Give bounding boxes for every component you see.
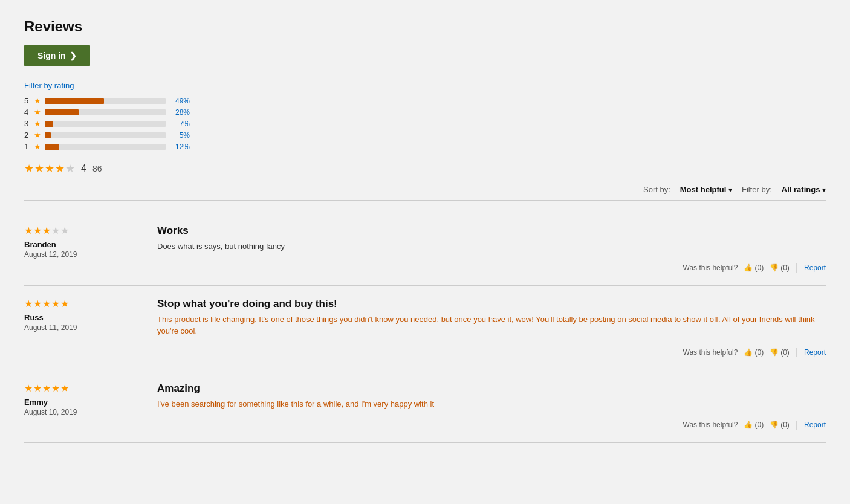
star-5: ★ (65, 162, 75, 175)
helpful-divider-3: | (796, 419, 798, 430)
review-2-date: August 11, 2019 (24, 323, 145, 332)
overall-review-count: 86 (92, 164, 102, 173)
overall-row: ★ ★ ★ ★ ★ 4 86 (24, 162, 826, 175)
review-1-thumbsup-button[interactable]: 👍 (0) (744, 263, 764, 272)
review-3-thumbsdown-button[interactable]: 👎 (0) (770, 421, 790, 429)
rating-row-3[interactable]: 3 ★ 7% (24, 119, 826, 128)
r2-star-3: ★ (42, 298, 51, 309)
review-2-up-count: (0) (754, 348, 764, 357)
rating-2-label: 2 (24, 131, 30, 140)
sort-value[interactable]: Most helpful ▾ (680, 185, 732, 194)
page-title: Reviews (24, 18, 826, 35)
rating-bars: 5 ★ 49% 4 ★ 28% 3 ★ 7% 2 ★ (24, 96, 826, 151)
thumbsup-icon-1: 👍 (744, 263, 753, 272)
rating-row-1[interactable]: 1 ★ 12% (24, 142, 826, 151)
review-3-title: Amazing (157, 383, 826, 395)
review-2-orange2: All of your friends will think you're co… (157, 315, 815, 336)
review-2-body: This product is life changing. It's one … (157, 314, 826, 337)
r3-star-5: ★ (60, 383, 69, 394)
review-3-down-count: (0) (780, 421, 790, 429)
thumbsdown-icon-1: 👎 (770, 263, 779, 272)
review-3-thumbsup-button[interactable]: 👍 (0) (744, 421, 764, 429)
rating-1-pct: 12% (169, 143, 190, 151)
review-2-helpful-label: Was this helpful? (683, 348, 738, 357)
review-3-helpful-label: Was this helpful? (683, 421, 738, 429)
review-left-2: ★ ★ ★ ★ ★ Russ August 11, 2019 (24, 298, 145, 358)
rating-4-track (45, 109, 166, 115)
review-3-stars: ★ ★ ★ ★ ★ (24, 383, 145, 394)
rating-4-pct: 28% (169, 108, 190, 117)
r3-star-3: ★ (42, 383, 51, 394)
review-left-3: ★ ★ ★ ★ ★ Emmy August 10, 2019 (24, 383, 145, 431)
filter-by-rating-label[interactable]: Filter by rating (24, 81, 826, 90)
r1-star-1: ★ (24, 225, 33, 236)
review-3-body: I've been searching for something like t… (157, 398, 826, 410)
review-left-1: ★ ★ ★ ★ ★ Branden August 12, 2019 (24, 225, 145, 273)
helpful-divider-2: | (796, 347, 798, 358)
rating-4-star: ★ (34, 108, 41, 117)
rating-3-label: 3 (24, 119, 30, 128)
review-3-date: August 10, 2019 (24, 408, 145, 416)
r3-star-4: ★ (51, 383, 60, 394)
sort-filter-row: Sort by: Most helpful ▾ Filter by: All r… (24, 185, 826, 194)
sign-in-button[interactable]: Sign in ❯ (24, 45, 90, 66)
review-1-down-count: (0) (780, 263, 790, 272)
thumbsdown-icon-2: 👎 (770, 348, 779, 357)
reviewer-1-name: Branden (24, 240, 145, 249)
review-1-report-button[interactable]: Report (804, 263, 826, 272)
rating-row-2[interactable]: 2 ★ 5% (24, 131, 826, 140)
rating-row-4[interactable]: 4 ★ 28% (24, 108, 826, 117)
r1-star-5: ★ (60, 225, 69, 236)
review-2-title: Stop what you're doing and buy this! (157, 298, 826, 310)
rating-3-track (45, 121, 166, 127)
review-item-3: ★ ★ ★ ★ ★ Emmy August 10, 2019 Amazing I… (24, 370, 826, 444)
overall-stars: ★ ★ ★ ★ ★ (24, 162, 75, 175)
review-1-up-count: (0) (754, 263, 764, 272)
r3-star-2: ★ (33, 383, 42, 394)
r1-star-3: ★ (42, 225, 51, 236)
rating-1-fill (45, 144, 59, 150)
review-2-thumbsup-button[interactable]: 👍 (0) (744, 348, 764, 357)
review-3-up-count: (0) (754, 421, 764, 429)
r3-star-1: ★ (24, 383, 33, 394)
review-1-thumbsdown-button[interactable]: 👎 (0) (770, 263, 790, 272)
review-3-report-button[interactable]: Report (804, 421, 826, 429)
rating-2-fill (45, 132, 51, 138)
filter-value[interactable]: All ratings ▾ (782, 185, 826, 194)
rating-5-pct: 49% (169, 97, 190, 105)
overall-rating-num: 4 (81, 163, 86, 174)
rating-2-pct: 5% (169, 131, 190, 140)
rating-row-5[interactable]: 5 ★ 49% (24, 96, 826, 105)
star-4: ★ (55, 162, 65, 175)
reviews-divider (24, 200, 826, 201)
rating-4-label: 4 (24, 108, 30, 117)
reviewer-3-name: Emmy (24, 398, 145, 407)
review-1-stars: ★ ★ ★ ★ ★ (24, 225, 145, 236)
filter-dropdown-arrow: ▾ (822, 186, 826, 193)
review-1-body-text: Does what is says, but nothing fancy (157, 242, 285, 251)
rating-1-star: ★ (34, 142, 41, 151)
reviewer-2-name: Russ (24, 313, 145, 322)
r2-star-2: ★ (33, 298, 42, 309)
review-item-1: ★ ★ ★ ★ ★ Branden August 12, 2019 Works … (24, 213, 826, 286)
sign-in-label: Sign in (37, 51, 66, 60)
review-2-stars: ★ ★ ★ ★ ★ (24, 298, 145, 309)
review-2-thumbsdown-button[interactable]: 👎 (0) (770, 348, 790, 357)
r2-star-4: ★ (51, 298, 60, 309)
review-3-helpful-row: Was this helpful? 👍 (0) 👎 (0) | Report (157, 419, 826, 430)
helpful-divider-1: | (796, 262, 798, 273)
star-2: ★ (34, 162, 44, 175)
review-2-report-button[interactable]: Report (804, 348, 826, 357)
star-1: ★ (24, 162, 34, 175)
review-2-down-count: (0) (780, 348, 790, 357)
r1-star-2: ★ (33, 225, 42, 236)
rating-5-track (45, 98, 166, 104)
review-1-date: August 12, 2019 (24, 250, 145, 259)
thumbsup-icon-2: 👍 (744, 348, 753, 357)
review-item-2: ★ ★ ★ ★ ★ Russ August 11, 2019 Stop what… (24, 286, 826, 370)
r2-star-5: ★ (60, 298, 69, 309)
rating-1-track (45, 144, 166, 150)
rating-4-fill (45, 109, 79, 115)
rating-2-track (45, 132, 166, 138)
rating-5-star: ★ (34, 96, 41, 105)
